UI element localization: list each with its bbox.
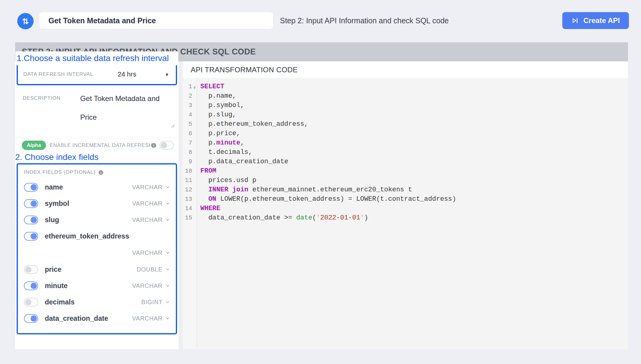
code-text: p.ethereum_token_address, [197,120,308,128]
toggle-slug[interactable] [24,216,38,224]
run-to-end-icon [571,17,579,24]
toggle-name[interactable] [24,183,38,192]
toggle-price[interactable] [24,265,38,274]
line-number: 5 [183,121,192,128]
code-text: p.symbol, [197,102,244,109]
line-number: 6 [183,130,192,137]
field-type-value: BIGINT [141,299,163,306]
toggle-data_creation_date[interactable] [24,314,38,323]
field-name-label: decimals [45,298,74,306]
chevron-down-icon [166,300,170,304]
code-line: 11 prices.usd p [183,176,628,185]
field-name-label: ethereum_token_address [45,232,129,240]
code-fold-spacer [192,161,197,162]
field-type-select[interactable]: VARCHAR [132,249,170,256]
data-refresh-interval-label: DATA REFRESH INTERVAL [23,71,93,77]
code-line: 10FROM [183,166,628,176]
line-number: 13 [183,196,192,203]
code-line: 15 data_creation_date >= date('2022-01-0… [183,213,628,223]
api-settings-panel: DATA REFRESH INTERVAL 24 hrs ▼ DESCRIPTI… [15,61,179,349]
code-text: p.name, [197,92,236,100]
line-number: 1 [183,83,192,90]
code-text: INNER join ethereum_mainnet.ethereum_erc… [197,186,412,193]
code-text: p.price, [197,130,240,137]
toggle-knob [31,200,37,207]
toggle-knob [31,315,37,322]
toggle-knob [31,283,37,289]
create-api-button[interactable]: Create API [562,12,629,29]
line-number: 3 [183,102,192,109]
line-number: 14 [183,205,192,212]
field-type-value: VARCHAR [132,315,163,322]
code-panel-header: API TRANSFORMATION CODE [183,61,628,78]
code-fold-spacer [192,124,197,125]
toggle-knob [25,299,31,305]
code-fold-spacer [192,142,197,144]
line-number: 12 [183,186,192,193]
data-refresh-interval-value: 24 hrs [118,70,136,78]
info-icon[interactable] [98,170,104,175]
dropdown-caret-icon: ▼ [165,72,169,77]
field-type-select[interactable]: VARCHAR [132,184,170,191]
code-line: 9 p.data_creation_date [183,157,628,166]
code-line: 5 p.ethereum_token_address, [183,119,628,129]
step-indicator-text: Step 2: Input API Information and check … [280,12,449,29]
swap-vertical-icon[interactable] [17,13,34,29]
textarea-resize-handle-icon[interactable] [170,123,175,128]
chevron-down-icon [166,284,170,288]
toggle-knob [25,266,31,273]
field-type-select[interactable]: VARCHAR [132,282,170,289]
code-fold-spacer [192,171,197,172]
index-fields-list: nameVARCHARsymbolVARCHARslugVARCHARether… [24,179,170,327]
code-line: 13 ON LOWER(p.ethereum_token_address) = … [183,194,628,204]
field-type-select[interactable]: DOUBLE [136,266,170,273]
index-field-row-type-line: VARCHAR [24,244,170,261]
code-fold-spacer [192,152,197,153]
index-field-row: minuteVARCHAR [24,278,170,294]
code-text: t.decimals, [197,148,252,156]
code-text: p.data_creation_date [197,158,288,165]
code-fold-spacer [192,114,197,115]
index-field-row: symbolVARCHAR [24,195,170,212]
sql-editor[interactable]: 1∨SELECT2 p.name,3 p.symbol,4 p.slug,5 p… [183,78,628,349]
index-field-row: nameVARCHAR [24,179,170,195]
index-field-row: decimalsBIGINT [24,294,170,310]
field-type-select[interactable]: VARCHAR [132,216,170,223]
annotation-step1: 1.Choose a suitable data refresh interva… [15,51,178,65]
divider [15,138,179,138]
code-text: data_creation_date >= date('2022-01-01') [197,214,368,222]
description-textarea[interactable]: Get Token Metadata and Price [80,89,173,132]
incremental-refresh-label: ENABLE INCREMENTAL DATA REFRESH [50,141,153,150]
code-fold-icon[interactable]: ∨ [192,84,197,90]
line-number: 4 [183,111,192,118]
line-number: 11 [183,177,192,184]
code-text: SELECT [197,83,224,90]
code-text: ON LOWER(p.ethereum_token_address) = LOW… [197,195,456,203]
toggle-decimals[interactable] [24,298,38,307]
field-type-value: VARCHAR [132,184,163,191]
info-icon[interactable] [151,143,156,148]
code-panel-title: API TRANSFORMATION CODE [191,66,298,74]
api-title-input[interactable] [39,12,273,29]
index-field-row: priceDOUBLE [24,261,170,278]
code-text: p.slug, [197,111,236,119]
field-type-select[interactable]: BIGINT [141,299,170,306]
field-type-value: VARCHAR [132,216,163,223]
chevron-down-icon [166,185,170,189]
toggle-ethereum_token_address[interactable] [24,232,38,241]
toggle-knob [31,217,37,223]
toggle-minute[interactable] [24,281,38,290]
chevron-down-icon [166,316,170,320]
code-fold-spacer [192,96,197,97]
chevron-down-icon [166,201,170,206]
code-fold-spacer [192,199,197,200]
incremental-refresh-toggle[interactable] [159,141,174,150]
code-line: 2 p.name, [183,91,628,101]
field-type-select[interactable]: VARCHAR [132,315,170,322]
code-fold-spacer [192,133,197,134]
code-line: 6 p.price, [183,129,628,138]
data-refresh-interval-select[interactable]: DATA REFRESH INTERVAL 24 hrs ▼ [17,63,177,85]
toggle-symbol[interactable] [24,199,38,208]
code-fold-spacer [192,217,197,219]
field-type-select[interactable]: VARCHAR [132,200,170,207]
